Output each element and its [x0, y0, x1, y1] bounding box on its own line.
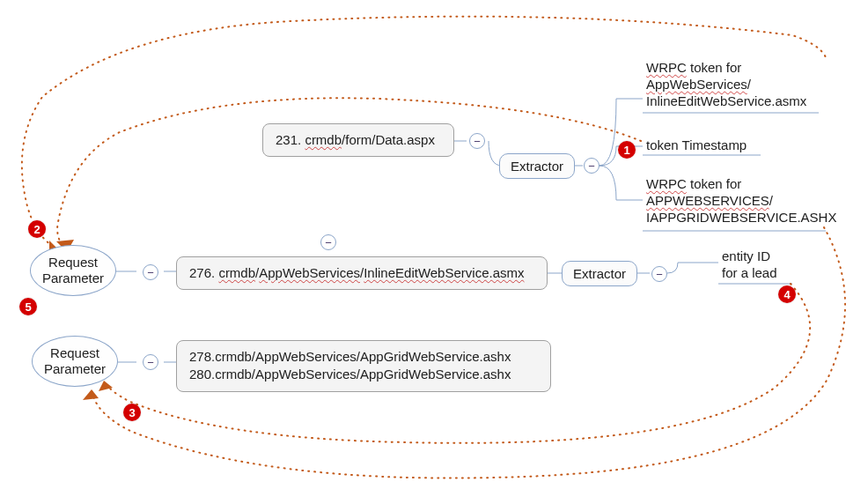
appwebservices-word: AppWebServices: [646, 77, 747, 92]
plain: token for: [687, 176, 742, 191]
collapse-toggle-278-left[interactable]: −: [143, 354, 158, 370]
collapse-toggle-276-left[interactable]: −: [143, 264, 158, 280]
badge-2-num: 2: [33, 223, 40, 236]
wrpc-word: WRPC: [646, 176, 687, 191]
node-231-crmdb: crmdb: [305, 132, 342, 147]
node-231-rest: /form/Data.aspx: [342, 132, 435, 147]
badge-1-num: 1: [623, 144, 629, 157]
badge-4: 4: [778, 285, 796, 303]
wrpc-word: WRPC: [646, 60, 687, 75]
node-278-line2: 280.crmdb/AppWebServices/AppGridWebServi…: [189, 367, 511, 382]
extractor-231-label: Extractor: [511, 159, 563, 174]
badge-3-num: 3: [129, 406, 135, 419]
badge-2: 2: [28, 220, 46, 238]
badge-1: 1: [618, 141, 636, 159]
entity-id-l2: for a lead: [722, 265, 777, 280]
extractor-231: Extractor: [499, 153, 575, 179]
extractor-276: Extractor: [562, 261, 637, 286]
request-parameter-278-label: Request Parameter: [44, 345, 106, 377]
minus-icon: −: [474, 136, 481, 147]
extractor-276-label: Extractor: [573, 266, 626, 281]
node-276-prefix: 276.: [189, 265, 218, 280]
svg-marker-2: [83, 389, 99, 400]
plain: token for: [687, 60, 742, 75]
minus-icon: −: [325, 237, 332, 248]
node-231-data-aspx: 231. crmdb/form/Data.aspx: [262, 123, 454, 157]
request-parameter-276-label: Request Parameter: [42, 255, 104, 286]
output-entity-id: entity ID for a lead: [722, 248, 777, 282]
inline-asmx: InlineEditWebService.asmx: [646, 93, 806, 108]
request-parameter-276: Request Parameter: [30, 245, 116, 296]
collapse-toggle-231-outputs[interactable]: −: [584, 158, 600, 174]
node-278-line1: 278.crmdb/AppWebServices/AppGridWebServi…: [189, 349, 511, 364]
badge-4-num: 4: [783, 288, 790, 301]
output-token-timestamp: token Timestamp: [646, 137, 747, 154]
token-timestamp-text: token Timestamp: [646, 137, 747, 152]
collapse-toggle-276-top[interactable]: −: [320, 234, 336, 250]
node-278-280-appgrid: 278.crmdb/AppWebServices/AppGridWebServi…: [176, 340, 551, 392]
plain: /: [769, 193, 773, 208]
minus-icon: −: [656, 269, 663, 280]
node-276-inline-edit: 276. crmdb/AppWebServices/InlineEditWebS…: [176, 256, 548, 290]
output-token-grid: WRPC token for APPWEBSERVICES/ IAPPGRIDW…: [646, 176, 840, 226]
badge-5: 5: [19, 298, 37, 315]
w2: AppWebServices: [259, 265, 360, 280]
badge-3: 3: [123, 404, 141, 421]
node-231-prefix: 231.: [276, 132, 305, 147]
request-parameter-278: Request Parameter: [32, 336, 118, 387]
output-token-inline: WRPC token for AppWebServices/ InlineEdi…: [646, 60, 831, 109]
w3: InlineEditWebService.asmx: [364, 265, 524, 280]
minus-icon: −: [147, 357, 154, 368]
collapse-toggle-231[interactable]: −: [469, 133, 485, 149]
badge-5-num: 5: [25, 300, 31, 314]
w1: crmdb: [218, 265, 255, 280]
appwebservices-caps: APPWEBSERVICES: [646, 193, 769, 208]
plain: /: [747, 77, 751, 92]
minus-icon: −: [588, 160, 595, 172]
svg-marker-3: [99, 381, 113, 391]
grid-ashx: IAPPGRIDWEBSERVICE.ASHX: [646, 210, 836, 225]
minus-icon: −: [147, 267, 154, 278]
collapse-toggle-276-outputs[interactable]: −: [651, 266, 667, 282]
entity-id-l1: entity ID: [722, 248, 770, 263]
